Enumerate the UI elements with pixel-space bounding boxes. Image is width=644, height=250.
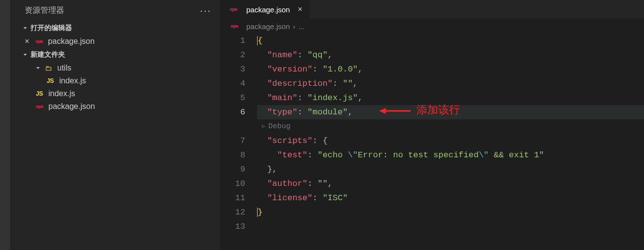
chevron-right-icon: › — [293, 22, 295, 31]
tab-label: package.json — [246, 5, 290, 14]
breadcrumb[interactable]: npm package.json › ... — [221, 19, 644, 34]
code-line: "version": "1.0.0", — [257, 62, 644, 76]
activity-bar — [0, 0, 11, 250]
open-editor-filename: package.json — [48, 37, 94, 46]
code-line: "main": "index.js", — [257, 91, 644, 105]
code-line: "license": "ISC" — [257, 191, 644, 205]
tree-item-label: package.json — [48, 102, 95, 111]
npm-icon: npm — [35, 102, 44, 111]
chevron-down-icon — [22, 51, 29, 58]
code-line: "author": "", — [257, 177, 644, 191]
tree-file-index[interactable]: JS index.js — [11, 87, 220, 100]
code-content[interactable]: { "name": "qq", "version": "1.0.0", "des… — [257, 34, 644, 234]
open-editor-item[interactable]: × npm package.json — [11, 35, 220, 48]
code-area[interactable]: 1 2 3 4 5 6 7 8 9 10 11 12 13 { "name": … — [221, 34, 644, 234]
codelens-debug[interactable]: ▷Debug — [257, 119, 644, 134]
code-line: }, — [257, 162, 644, 177]
line-number: 3 — [221, 62, 245, 76]
npm-icon: npm — [229, 22, 239, 31]
line-number: 4 — [221, 76, 245, 91]
line-number: 10 — [221, 177, 245, 191]
play-icon: ▷ — [262, 119, 265, 134]
folder-icon: 🗀 — [43, 64, 53, 72]
folder-header[interactable]: 新建文件夹 — [11, 48, 220, 62]
js-icon: JS — [45, 76, 55, 85]
js-icon: JS — [35, 89, 44, 98]
line-number: 5 — [221, 91, 245, 105]
tree-item-label: index.js — [48, 89, 75, 98]
line-number: 7 — [221, 134, 245, 148]
tree-item-label: index.js — [59, 76, 86, 85]
line-number: 13 — [221, 219, 245, 234]
code-line-active: "type": "module", — [257, 105, 644, 119]
line-number — [221, 119, 245, 134]
code-line: "name": "qq", — [257, 48, 644, 62]
line-number: 9 — [221, 162, 245, 177]
tab-package-json[interactable]: npm package.json × — [221, 0, 309, 19]
close-icon[interactable]: × — [298, 5, 302, 14]
chevron-down-icon — [35, 65, 41, 71]
sidebar-header: 资源管理器 ··· — [11, 0, 220, 21]
line-number: 8 — [221, 148, 245, 162]
line-number: 2 — [221, 48, 245, 62]
line-number: 1 — [221, 34, 245, 48]
npm-icon: npm — [228, 5, 238, 14]
tree-folder-utils[interactable]: 🗀 utils — [11, 62, 220, 74]
sidebar-title: 资源管理器 — [25, 5, 64, 16]
tab-bar: npm package.json × — [221, 0, 644, 19]
chevron-down-icon — [22, 25, 29, 32]
open-editors-header[interactable]: 打开的编辑器 — [11, 21, 220, 35]
tree-item-label: utils — [57, 64, 71, 72]
code-line: "scripts": { — [257, 134, 644, 148]
code-line: "description": "", — [257, 76, 644, 91]
line-gutter: 1 2 3 4 5 6 7 8 9 10 11 12 13 — [221, 34, 257, 234]
line-number: 11 — [221, 191, 245, 205]
breadcrumb-file: package.json — [246, 22, 290, 31]
editor: npm package.json × npm package.json › ..… — [221, 0, 644, 250]
line-number: 6 — [221, 105, 245, 119]
tree-file-index-utils[interactable]: JS index.js — [11, 74, 220, 87]
open-editors-label: 打开的编辑器 — [31, 24, 72, 33]
sidebar: 资源管理器 ··· 打开的编辑器 × npm package.json 新建文件… — [11, 0, 221, 250]
code-line — [257, 219, 644, 234]
tree-file-package[interactable]: npm package.json — [11, 100, 220, 113]
line-number: 12 — [221, 205, 245, 219]
code-line: } — [257, 205, 644, 219]
folder-label: 新建文件夹 — [31, 50, 65, 59]
close-icon[interactable]: × — [25, 37, 29, 46]
more-icon[interactable]: ··· — [200, 5, 211, 16]
npm-icon: npm — [34, 37, 44, 46]
code-line: { — [257, 34, 644, 48]
code-line: "test": "echo \"Error: no test specified… — [257, 148, 644, 162]
breadcrumb-rest: ... — [298, 22, 304, 31]
